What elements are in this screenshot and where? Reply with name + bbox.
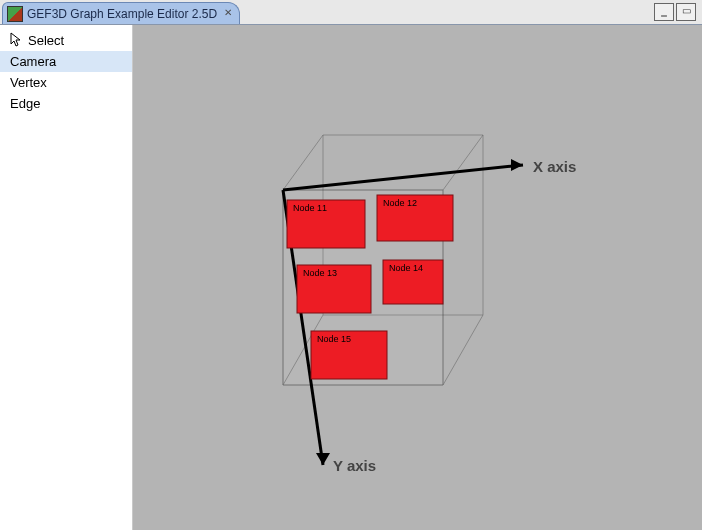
window-controls: ‗ ▭ bbox=[654, 3, 696, 21]
active-tab[interactable]: GEF3D Graph Example Editor 2.5D ✕ bbox=[2, 2, 240, 25]
gef3d-app-icon bbox=[7, 6, 23, 22]
graph-canvas[interactable]: Node 11 Node 12 Node 13 Node 14 Node 15 … bbox=[133, 25, 702, 530]
tool-palette: Select Camera Vertex Edge bbox=[0, 25, 133, 530]
x-axis-arrowhead bbox=[511, 159, 523, 171]
palette-item-label: Edge bbox=[10, 96, 40, 111]
cube-edge bbox=[283, 135, 323, 190]
titlebar: GEF3D Graph Example Editor 2.5D ✕ ‗ ▭ bbox=[0, 0, 702, 24]
cube-edge bbox=[443, 135, 483, 190]
node-label: Node 13 bbox=[303, 268, 337, 278]
editor-window: GEF3D Graph Example Editor 2.5D ✕ ‗ ▭ Se… bbox=[0, 0, 702, 530]
palette-item-label: Select bbox=[28, 33, 64, 48]
node-label: Node 11 bbox=[293, 203, 327, 213]
palette-item-label: Vertex bbox=[10, 75, 47, 90]
palette-item-label: Camera bbox=[10, 54, 56, 69]
x-axis-line bbox=[283, 165, 523, 190]
scene-svg: Node 11 Node 12 Node 13 Node 14 Node 15 bbox=[133, 25, 693, 525]
node-label: Node 14 bbox=[389, 263, 423, 273]
palette-item-camera[interactable]: Camera bbox=[0, 51, 132, 72]
minimize-button[interactable]: ‗ bbox=[654, 3, 674, 21]
palette-item-select[interactable]: Select bbox=[0, 29, 132, 51]
palette-item-vertex[interactable]: Vertex bbox=[0, 72, 132, 93]
y-axis-label: Y axis bbox=[333, 457, 376, 474]
palette-item-edge[interactable]: Edge bbox=[0, 93, 132, 114]
tab-title: GEF3D Graph Example Editor 2.5D bbox=[27, 7, 217, 21]
tab-close-icon[interactable]: ✕ bbox=[221, 6, 235, 20]
maximize-button[interactable]: ▭ bbox=[676, 3, 696, 21]
x-axis-label: X axis bbox=[533, 158, 576, 175]
editor-body: Select Camera Vertex Edge bbox=[0, 24, 702, 530]
node-label: Node 12 bbox=[383, 198, 417, 208]
node-label: Node 15 bbox=[317, 334, 351, 344]
cube-edge bbox=[443, 315, 483, 385]
y-axis-arrowhead bbox=[316, 453, 330, 465]
cursor-icon bbox=[10, 32, 22, 48]
